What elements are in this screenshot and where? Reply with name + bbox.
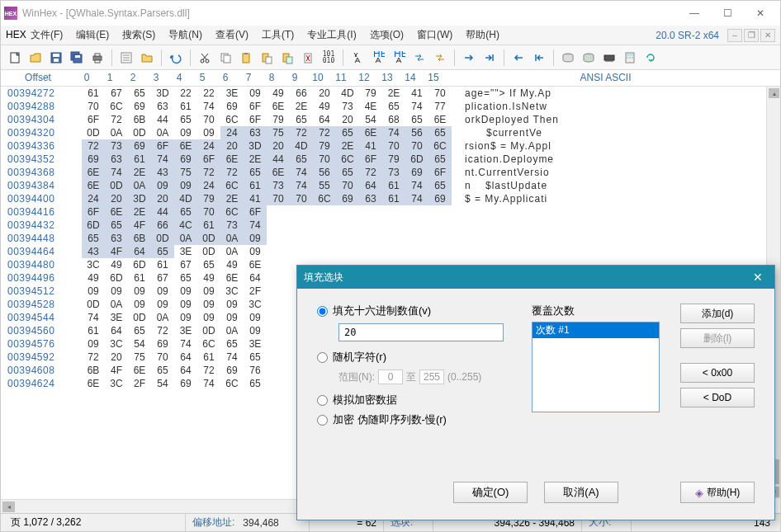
goto-icon[interactable]	[431, 49, 449, 67]
hex-row[interactable]: 0039435269636174696F6E2E4465706C6F796D65…	[1, 153, 780, 166]
menu-item[interactable]: 选项(O)	[363, 26, 410, 43]
byte-cell[interactable]: 09	[82, 285, 105, 298]
dod-button[interactable]: < DoD	[680, 388, 755, 407]
byte-cell[interactable]: 74	[174, 337, 197, 351]
ascii-cell[interactable]	[267, 311, 280, 324]
byte-cell[interactable]: 73	[267, 179, 290, 192]
properties-icon[interactable]	[117, 49, 135, 67]
byte-cell[interactable]: 61	[382, 179, 405, 192]
byte-cell[interactable]: 66	[151, 219, 174, 232]
byte-cell[interactable]: 6C	[220, 113, 244, 126]
byte-cell[interactable]: 43	[151, 166, 174, 179]
menu-item[interactable]: 窗口(W)	[410, 26, 459, 43]
byte-cell[interactable]: 74	[290, 166, 313, 179]
ascii-cell[interactable]	[267, 219, 280, 232]
byte-cell[interactable]: 09	[82, 337, 105, 351]
menu-item[interactable]: 导航(N)	[162, 26, 209, 43]
byte-cell[interactable]: 6E	[244, 258, 267, 271]
byte-cell[interactable]: 63	[105, 153, 128, 166]
byte-cell[interactable]: 6E	[359, 126, 382, 139]
menu-item[interactable]: 工具(T)	[255, 26, 301, 43]
save-all-icon[interactable]	[68, 49, 86, 67]
byte-cell[interactable]: 64	[105, 324, 128, 337]
save-icon[interactable]	[47, 49, 65, 67]
byte-cell[interactable]: 65	[244, 377, 267, 390]
byte-cell[interactable]: 73	[220, 219, 244, 232]
byte-cell[interactable]: 65	[220, 337, 244, 351]
byte-cell[interactable]: 6F	[82, 113, 105, 126]
byte-cell[interactable]: 24	[220, 126, 244, 139]
byte-cell[interactable]: 70	[197, 113, 220, 126]
byte-cell[interactable]: 64	[244, 271, 267, 285]
paste-icon[interactable]	[258, 49, 276, 67]
radio-simulate[interactable]	[317, 395, 328, 406]
byte-cell[interactable]: 20	[105, 192, 128, 205]
byte-cell[interactable]: 6C	[336, 153, 359, 166]
byte-cell[interactable]: 69	[220, 364, 244, 377]
byte-cell[interactable]: 72	[105, 113, 128, 126]
byte-cell[interactable]: 70	[151, 351, 174, 364]
menu-item[interactable]: 搜索(S)	[116, 26, 162, 43]
byte-cell[interactable]: 61	[151, 258, 174, 271]
byte-cell[interactable]: 61	[382, 192, 405, 205]
byte-cell[interactable]: 3D	[244, 139, 267, 153]
byte-cell[interactable]: 44	[267, 153, 290, 166]
byte-cell[interactable]: 69	[220, 100, 244, 113]
ascii-cell[interactable]	[267, 337, 280, 351]
minimize-button[interactable]: —	[678, 2, 711, 25]
menu-item[interactable]: 帮助(H)	[459, 26, 506, 43]
byte-cell[interactable]: 63	[105, 232, 128, 245]
byte-cell[interactable]: 73	[382, 166, 405, 179]
undo-icon[interactable]	[167, 49, 185, 67]
byte-cell[interactable]: 2E	[128, 205, 151, 219]
byte-cell[interactable]: 6E	[82, 166, 105, 179]
byte-cell[interactable]: 0D	[151, 232, 174, 245]
byte-cell[interactable]: 61	[82, 324, 105, 337]
hex-row[interactable]: 003944326D654F664C617374	[1, 219, 780, 232]
byte-cell[interactable]: 65	[290, 113, 313, 126]
byte-cell[interactable]: 09	[244, 324, 267, 337]
byte-cell[interactable]: 61	[174, 100, 197, 113]
byte-cell[interactable]: 65	[128, 87, 151, 100]
byte-cell[interactable]: 49	[313, 100, 336, 113]
byte-cell[interactable]: 3C	[82, 258, 105, 271]
ascii-cell[interactable]: $ = My.Applicati	[452, 192, 547, 205]
byte-cell[interactable]: 74	[151, 153, 174, 166]
byte-cell[interactable]: 0D	[128, 311, 151, 324]
byte-cell[interactable]: 65	[174, 205, 197, 219]
byte-cell[interactable]: 4E	[359, 100, 382, 113]
byte-cell[interactable]: 49	[197, 271, 220, 285]
byte-cell[interactable]: 72	[313, 126, 336, 139]
byte-cell[interactable]: 70	[336, 179, 359, 192]
byte-cell[interactable]: 09	[174, 126, 197, 139]
paste-special-icon[interactable]	[278, 49, 296, 67]
hex-row[interactable]: 003943200D0A0D0A09092463757272656E745665…	[1, 126, 780, 139]
byte-cell[interactable]: 74	[197, 100, 220, 113]
byte-cell[interactable]: 0A	[128, 179, 151, 192]
byte-cell[interactable]: 6E	[267, 100, 290, 113]
radio-fill-hex[interactable]	[317, 306, 328, 317]
byte-cell[interactable]: 24	[82, 192, 105, 205]
byte-cell[interactable]: 64	[359, 179, 382, 192]
byte-cell[interactable]: 09	[197, 298, 220, 311]
clipboard-icon[interactable]	[237, 49, 255, 67]
byte-cell[interactable]: 6E	[220, 271, 244, 285]
byte-cell[interactable]: 65	[197, 258, 220, 271]
delete-button[interactable]: 删除(l)	[680, 328, 755, 348]
byte-cell[interactable]: 3C	[244, 298, 267, 311]
byte-cell[interactable]: 09	[197, 126, 220, 139]
byte-cell[interactable]: 0A	[220, 324, 244, 337]
byte-cell[interactable]: 09	[105, 285, 128, 298]
byte-cell[interactable]: 09	[174, 179, 197, 192]
byte-cell[interactable]: 65	[174, 271, 197, 285]
cancel-button[interactable]: 取消(A)	[544, 482, 618, 503]
ascii-cell[interactable]: $currentVe	[452, 126, 542, 139]
byte-cell[interactable]: 09	[244, 245, 267, 258]
ascii-cell[interactable]	[267, 364, 280, 377]
byte-cell[interactable]: 6C	[105, 100, 128, 113]
add-button[interactable]: 添加(d)	[680, 304, 755, 323]
byte-cell[interactable]: 61	[197, 219, 220, 232]
byte-cell[interactable]: 63	[151, 100, 174, 113]
byte-cell[interactable]: 22	[197, 87, 220, 100]
byte-cell[interactable]: 2F	[244, 285, 267, 298]
